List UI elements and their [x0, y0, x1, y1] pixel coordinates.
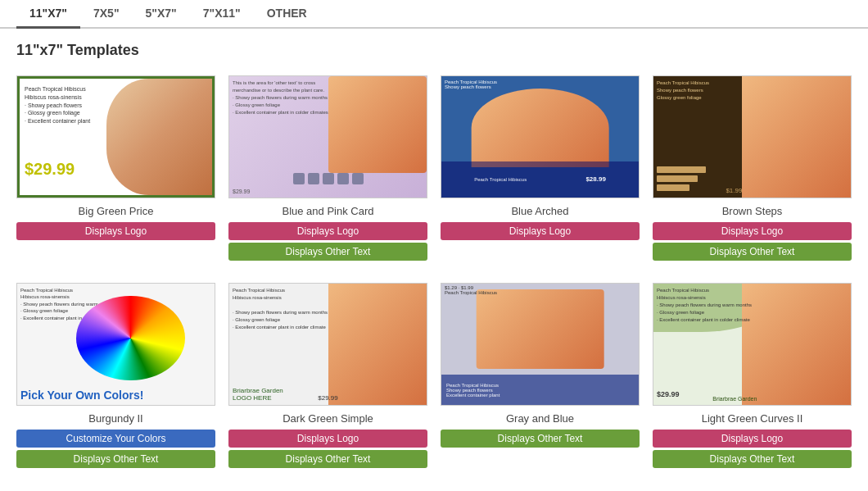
tab-11x7[interactable]: 11"X7" — [16, 0, 80, 29]
template-image-blue-arched[interactable]: Peach Tropical Hibiscus $28.99 Peach Tro… — [441, 75, 640, 198]
template-card-dark-green-simple: Peach Tropical Hibiscus Hibiscus rosa-si… — [228, 283, 427, 471]
template-card-blue-arched: Peach Tropical Hibiscus $28.99 Peach Tro… — [441, 75, 640, 263]
template-card-burgundy-ii: Peach Tropical Hibiscus Hibiscus rosa-si… — [16, 283, 215, 471]
btn-displays-other-4[interactable]: Displays Other Text — [16, 450, 215, 468]
template-card-big-green-price: Peach Tropical HibiscusHibiscus rosa-sin… — [16, 75, 215, 263]
template-image-burgundy-ii[interactable]: Peach Tropical Hibiscus Hibiscus rosa-si… — [16, 283, 215, 406]
template-card-blue-pink: This is the area for 'other text' to cro… — [228, 75, 427, 263]
tab-other[interactable]: OTHER — [254, 0, 320, 29]
template-name-brown-steps: Brown Steps — [722, 205, 783, 217]
template-image-brown-steps[interactable]: Peach Tropical Hibiscus Showy peach flow… — [653, 75, 852, 198]
btn-displays-logo-7[interactable]: Displays Logo — [653, 430, 852, 448]
btn-displays-logo-2[interactable]: Displays Logo — [441, 222, 640, 240]
template-card-gray-blue: Peach Tropical HibiscusShowy peach flowe… — [441, 283, 640, 471]
template-image-big-green-price[interactable]: Peach Tropical HibiscusHibiscus rosa-sin… — [16, 75, 215, 198]
tab-7x11[interactable]: 7"X11" — [190, 0, 254, 29]
page-title: 11"x7" Templates — [16, 42, 852, 59]
tab-7x5[interactable]: 7X5" — [80, 0, 133, 29]
template-name-burgundy-ii: Burgundy II — [88, 412, 143, 425]
btn-displays-other-7[interactable]: Displays Other Text — [653, 450, 852, 468]
template-card-brown-steps: Peach Tropical Hibiscus Showy peach flow… — [653, 75, 852, 263]
template-card-light-green-curves: Peach Tropical Hibiscus Hibiscus rosa-si… — [653, 283, 852, 471]
template-name-light-green-curves: Light Green Curves II — [702, 412, 803, 425]
btn-displays-logo-0[interactable]: Displays Logo — [16, 222, 215, 240]
template-name-blue-pink: Blue and Pink Card — [282, 205, 373, 217]
btn-displays-logo-1[interactable]: Displays Logo — [228, 222, 427, 240]
btn-displays-other-6[interactable]: Displays Other Text — [441, 430, 640, 448]
template-image-light-green-curves[interactable]: Peach Tropical Hibiscus Hibiscus rosa-si… — [653, 283, 852, 406]
template-name-blue-arched: Blue Arched — [511, 205, 568, 217]
template-name-gray-blue: Gray and Blue — [506, 412, 574, 425]
btn-displays-other-3[interactable]: Displays Other Text — [653, 243, 852, 261]
template-name-big-green-price: Big Green Price — [79, 205, 154, 217]
btn-displays-logo-5[interactable]: Displays Logo — [228, 430, 427, 448]
template-grid: Peach Tropical HibiscusHibiscus rosa-sin… — [0, 75, 868, 487]
template-image-blue-pink[interactable]: This is the area for 'other text' to cro… — [228, 75, 427, 198]
btn-displays-logo-3[interactable]: Displays Logo — [653, 222, 852, 240]
tab-bar: 11"X7" 7X5" 5"X7" 7"X11" OTHER — [0, 0, 868, 29]
btn-displays-other-1[interactable]: Displays Other Text — [228, 243, 427, 261]
tab-5x7[interactable]: 5"X7" — [133, 0, 190, 29]
template-image-gray-blue[interactable]: Peach Tropical HibiscusShowy peach flowe… — [441, 283, 640, 406]
template-image-dark-green-simple[interactable]: Peach Tropical Hibiscus Hibiscus rosa-si… — [228, 283, 427, 406]
template-name-dark-green-simple: Dark Green Simple — [283, 412, 373, 425]
btn-customize-colors-4[interactable]: Customize Your Colors — [16, 430, 215, 448]
btn-displays-other-5[interactable]: Displays Other Text — [228, 450, 427, 468]
